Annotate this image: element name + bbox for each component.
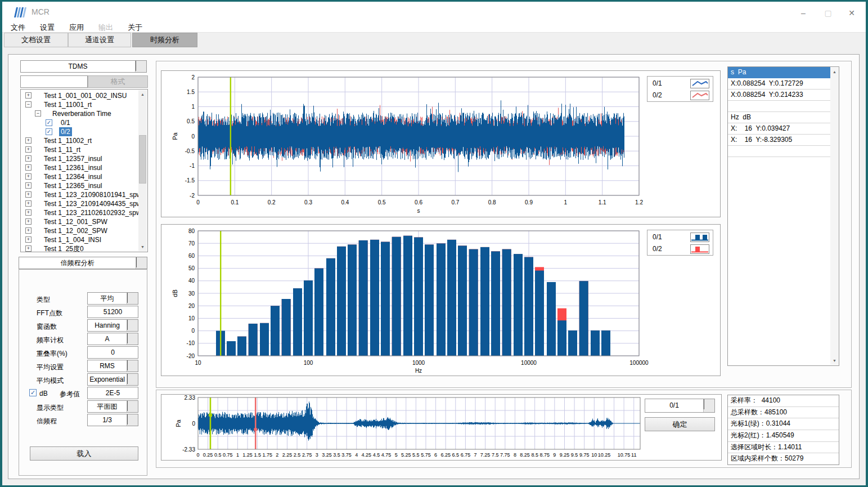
tree-item[interactable]: ✓0/2: [21, 127, 138, 136]
param-select-octave[interactable]: 1/3: [87, 414, 138, 426]
readout-row[interactable]: X: 16 Y:0.039427: [728, 123, 830, 135]
bar-style-icon[interactable]: [690, 244, 709, 254]
tab-channel-settings[interactable]: 通道设置: [68, 33, 131, 47]
chevron-down-icon[interactable]: [127, 360, 138, 372]
cursor-2-red[interactable]: [255, 397, 257, 449]
param-input-reference-value[interactable]: [87, 387, 138, 399]
minimize-button[interactable]: –: [795, 6, 812, 20]
menu-item-settings[interactable]: 设置: [34, 23, 61, 32]
chevron-down-icon[interactable]: [135, 61, 146, 72]
chevron-down-icon[interactable]: [127, 401, 138, 412]
readout-row[interactable]: X: 16 Y:-8.329305: [728, 135, 830, 146]
analysis-type-select[interactable]: 倍频程分析: [19, 257, 147, 269]
param-select-average-setting[interactable]: RMS: [87, 360, 138, 372]
readout-row[interactable]: X:0.088254 Y:0.214233: [728, 90, 830, 101]
tree-item[interactable]: −Reverberation Time: [21, 109, 138, 118]
line-style-icon[interactable]: [690, 91, 709, 100]
param-input-overlap[interactable]: [87, 346, 138, 359]
expand-icon[interactable]: +: [25, 173, 32, 180]
expand-icon[interactable]: +: [25, 245, 32, 252]
svg-text:1.5: 1.5: [254, 452, 261, 458]
readout-row[interactable]: [728, 101, 830, 112]
tree-item[interactable]: +Test 1_1_004_INSI: [21, 235, 138, 244]
green-cursor-line[interactable]: [220, 231, 221, 356]
collapse-icon[interactable]: −: [25, 101, 32, 108]
expand-icon[interactable]: +: [25, 209, 32, 216]
chevron-down-icon[interactable]: [127, 293, 138, 304]
readout-row[interactable]: s Pa: [728, 67, 830, 78]
scroll-down-icon[interactable]: ▼: [138, 243, 147, 251]
param-select-display-type[interactable]: 平面图: [87, 400, 138, 413]
tree-item[interactable]: +Test 1_12357_insul: [21, 154, 138, 163]
tree-item[interactable]: +Test 1_123_210908101941_spw: [21, 190, 138, 199]
param-select-average-mode[interactable]: Exponential: [87, 373, 138, 386]
load-button[interactable]: 载入: [30, 446, 138, 461]
expand-icon[interactable]: +: [25, 182, 32, 189]
bar-style-icon[interactable]: [690, 233, 709, 242]
param-select-window-function[interactable]: Hanning: [87, 319, 138, 332]
line-style-icon[interactable]: [690, 79, 709, 88]
param-select-type[interactable]: 平均: [87, 292, 138, 305]
expand-icon[interactable]: +: [25, 191, 32, 198]
menu-item-output[interactable]: 输出: [92, 23, 119, 32]
tree-item[interactable]: +Test 1_123_210914094435_spw: [21, 199, 138, 208]
expand-icon[interactable]: +: [25, 218, 32, 225]
expand-icon[interactable]: +: [25, 92, 32, 99]
filter-input[interactable]: [20, 75, 88, 88]
expand-icon[interactable]: +: [25, 155, 32, 162]
tree-item[interactable]: +Test 1_11_rt: [21, 145, 138, 154]
tree-item[interactable]: +Test 1_12364_insul: [21, 172, 138, 181]
tree-scrollbar[interactable]: ▲ ▼: [138, 90, 147, 251]
tree-item[interactable]: +Test 1_12_001_SPW: [21, 217, 138, 226]
overview-channel-select[interactable]: 0/1: [645, 399, 715, 413]
chevron-down-icon[interactable]: [127, 414, 138, 426]
tree-item[interactable]: −Test 1_11001_rt: [21, 100, 138, 109]
expand-icon[interactable]: +: [25, 146, 32, 153]
scroll-up-icon[interactable]: ▲: [830, 68, 839, 76]
tab-time-frequency-analysis[interactable]: 时频分析: [132, 33, 197, 47]
collapse-icon[interactable]: −: [35, 110, 41, 117]
maximize-button[interactable]: ▢: [820, 6, 836, 20]
chevron-down-icon[interactable]: [127, 333, 138, 345]
chevron-down-icon[interactable]: [703, 399, 714, 412]
tree-item[interactable]: +Test 1_25度0: [21, 244, 138, 252]
readout-row[interactable]: [728, 146, 830, 157]
chevron-down-icon[interactable]: [127, 374, 138, 385]
expand-icon[interactable]: +: [25, 200, 32, 207]
readout-row[interactable]: Hz dB: [728, 112, 830, 123]
expand-icon[interactable]: +: [25, 236, 32, 243]
menu-item-file[interactable]: 文件: [5, 23, 32, 32]
tree-checkbox[interactable]: ✓: [46, 128, 52, 135]
green-cursor-line[interactable]: [230, 77, 231, 195]
close-button[interactable]: ✕: [843, 6, 860, 20]
svg-text:3: 3: [316, 452, 318, 458]
tree-checkbox[interactable]: ✓: [46, 119, 52, 126]
chevron-down-icon[interactable]: [127, 320, 138, 331]
scrollbar-thumb[interactable]: [139, 135, 146, 184]
readout-row[interactable]: X:0.088254 Y:0.172729: [728, 78, 830, 90]
tab-document-settings[interactable]: 文档设置: [4, 33, 68, 47]
file-format-select[interactable]: TDMS: [20, 60, 147, 73]
confirm-button[interactable]: 确定: [645, 417, 715, 431]
chevron-down-icon[interactable]: [136, 257, 147, 269]
tree-item[interactable]: +Test 1_11002_rt: [21, 136, 138, 145]
db-checkbox[interactable]: ✓: [29, 389, 37, 396]
readout-scrollbar[interactable]: ▲ ▼: [830, 68, 839, 365]
expand-icon[interactable]: +: [25, 164, 32, 171]
menu-item-apply[interactable]: 应用: [63, 23, 90, 32]
tree-item[interactable]: +Test 1_12365_insul: [21, 181, 138, 190]
scroll-up-icon[interactable]: ▲: [138, 90, 147, 99]
scroll-down-icon[interactable]: ▼: [830, 356, 839, 365]
menu-item-about[interactable]: 关于: [122, 23, 149, 32]
tree-item[interactable]: +Test 1_123_211026102932_spw: [21, 208, 138, 217]
cursor-1-green[interactable]: [210, 397, 212, 449]
expand-icon[interactable]: +: [25, 137, 32, 144]
tree-item[interactable]: +Test 1_001_001_002_INSU: [21, 91, 138, 100]
expand-icon[interactable]: +: [25, 227, 32, 234]
param-input-fft-points[interactable]: [87, 306, 138, 318]
format-button[interactable]: 格式: [88, 75, 148, 88]
tree-item[interactable]: ✓0/1: [21, 118, 138, 127]
tree-item[interactable]: +Test 1_12361_insul: [21, 163, 138, 172]
param-select-frequency-weighting[interactable]: A: [87, 333, 138, 345]
tree-item[interactable]: +Test 1_12_002_SPW: [21, 226, 138, 235]
